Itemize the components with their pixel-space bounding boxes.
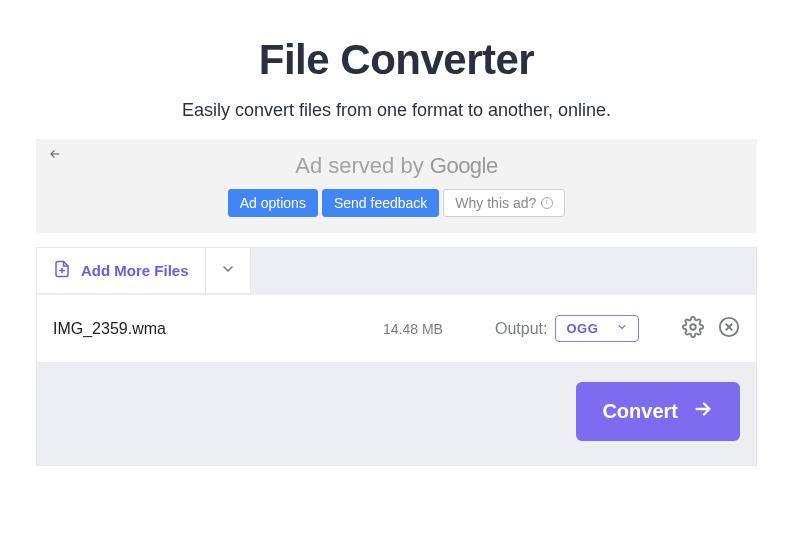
file-row: IMG_2359.wma 14.48 MB Output: OGG [37,294,756,362]
page-subtitle: Easily convert files from one format to … [0,100,793,121]
ad-why-button[interactable]: Why this ad? [443,189,565,217]
output-format-select[interactable]: OGG [555,315,639,342]
convert-label: Convert [602,400,678,423]
converter-panel: Add More Files IMG_2359.wma 14.48 MB Out… [36,247,757,466]
add-file-icon [53,260,71,281]
chevron-down-icon [616,321,628,336]
info-icon [541,197,553,209]
file-size: 14.48 MB [383,321,473,337]
ad-block: Ad served by Google Ad options Send feed… [36,139,757,233]
output-label: Output: [495,320,547,338]
add-more-label: Add More Files [81,262,189,279]
panel-footer: Convert [37,362,756,465]
settings-button[interactable] [682,316,704,342]
ad-served-prefix: Ad served by [295,153,430,178]
file-name: IMG_2359.wma [53,320,383,338]
ad-served-text: Ad served by Google [50,153,743,179]
remove-file-button[interactable] [718,316,740,342]
add-more-files-button[interactable]: Add More Files [37,248,206,294]
ad-options-button[interactable]: Ad options [228,189,318,217]
toolbar: Add More Files [37,248,756,294]
svg-point-2 [690,324,696,330]
ad-why-label: Why this ad? [455,195,536,211]
close-circle-icon [718,316,740,342]
gear-icon [682,316,704,342]
ad-back-arrow-icon[interactable] [46,145,64,166]
page-title: File Converter [0,36,793,84]
ad-feedback-button[interactable]: Send feedback [322,189,439,217]
ad-served-brand: Google [430,153,498,178]
arrow-right-icon [692,398,714,425]
chevron-down-icon [220,261,236,281]
output-value: OGG [566,321,598,336]
add-more-dropdown-button[interactable] [206,248,251,294]
convert-button[interactable]: Convert [576,382,740,441]
